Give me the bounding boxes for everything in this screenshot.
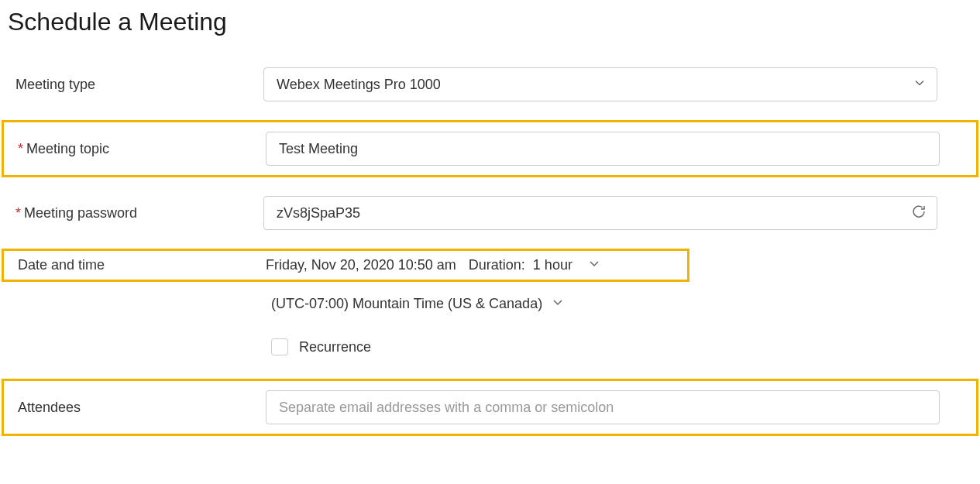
timezone-value: (UTC-07:00) Mountain Time (US & Canada) — [271, 296, 542, 312]
meeting-type-label: Meeting type — [8, 77, 263, 93]
chevron-down-icon — [588, 257, 600, 273]
timezone-row: (UTC-07:00) Mountain Time (US & Canada) — [8, 296, 972, 312]
recurrence-row: Recurrence — [8, 338, 972, 355]
meeting-type-value: Webex Meetings Pro 1000 — [277, 77, 441, 93]
refresh-icon[interactable] — [911, 204, 927, 222]
datetime-value: Friday, Nov 20, 2020 10:50 am — [266, 257, 456, 273]
datetime-selector[interactable]: Friday, Nov 20, 2020 10:50 am Duration: … — [266, 257, 600, 273]
duration-label: Duration: — [469, 257, 525, 273]
chevron-down-icon — [552, 296, 564, 312]
timezone-selector[interactable]: (UTC-07:00) Mountain Time (US & Canada) — [271, 296, 564, 312]
recurrence-label: Recurrence — [299, 339, 371, 355]
required-marker: * — [15, 205, 21, 221]
meeting-topic-input[interactable] — [266, 132, 940, 166]
meeting-type-select[interactable]: Webex Meetings Pro 1000 — [263, 67, 937, 101]
attendees-input[interactable] — [266, 390, 940, 424]
datetime-label: Date and time — [10, 257, 266, 273]
duration-value: 1 hour — [533, 257, 573, 273]
recurrence-checkbox[interactable] — [271, 338, 288, 355]
datetime-highlight: Date and time Friday, Nov 20, 2020 10:50… — [2, 249, 689, 282]
required-marker: * — [18, 141, 23, 156]
meeting-topic-highlight: *Meeting topic — [2, 120, 978, 177]
meeting-type-row: Meeting type Webex Meetings Pro 1000 — [8, 67, 972, 101]
chevron-down-icon — [913, 77, 926, 93]
page-title: Schedule a Meeting — [8, 8, 972, 36]
meeting-password-row: *Meeting password — [8, 196, 972, 230]
meeting-topic-label: *Meeting topic — [10, 141, 266, 157]
attendees-highlight: Attendees — [2, 379, 978, 436]
meeting-password-input[interactable] — [263, 196, 937, 230]
meeting-password-label: *Meeting password — [8, 205, 263, 221]
attendees-label: Attendees — [10, 400, 266, 416]
